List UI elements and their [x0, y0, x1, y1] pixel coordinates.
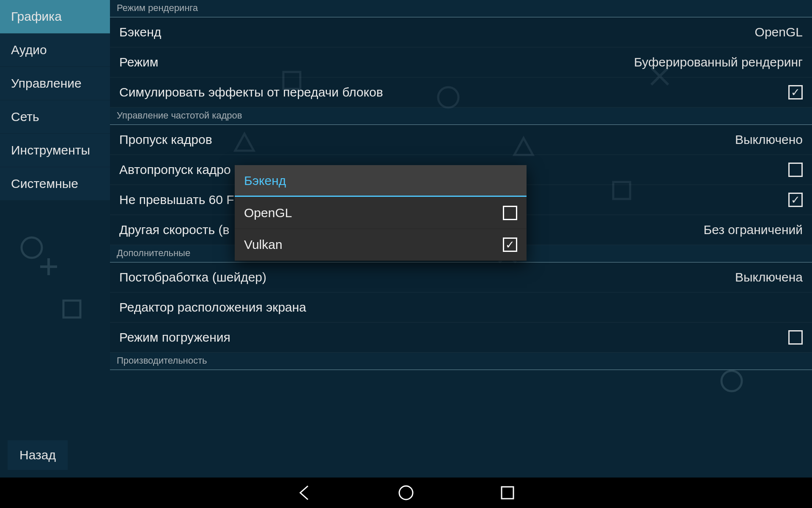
row-simulate-block-transfer[interactable]: Симулировать эффекты от передачи блоков [110, 77, 812, 108]
row-immersive-label: Режим погружения [119, 330, 788, 345]
row-backend-label: Бэкенд [119, 25, 755, 39]
row-backend-value: OpenGL [755, 25, 803, 39]
sidebar-item-system[interactable]: Системные [0, 167, 110, 201]
dialog-option-label: Vulkan [244, 237, 283, 252]
row-immersive[interactable]: Режим погружения [110, 323, 812, 353]
android-navbar [0, 478, 812, 508]
row-backend[interactable]: Бэкенд OpenGL [110, 17, 812, 47]
nav-home-icon[interactable] [393, 480, 419, 505]
checkbox-icon[interactable] [788, 85, 803, 99]
row-mode-value: Буферированный рендеринг [634, 55, 803, 69]
row-postproc-label: Постобработка (шейдер) [119, 270, 735, 284]
sidebar-item-audio[interactable]: Аудио [0, 33, 110, 67]
row-altspeed-value: Без ограничений [703, 223, 803, 237]
row-mode[interactable]: Режим Буферированный рендеринг [110, 47, 812, 77]
svg-point-14 [399, 486, 413, 500]
dialog-option-label: OpenGL [244, 206, 292, 220]
settings-sidebar: Графика Аудио Управление Сеть Инструмент… [0, 0, 110, 478]
dialog-option-vulkan[interactable]: Vulkan [235, 229, 527, 261]
dialog-title: Бэкенд [235, 165, 527, 197]
row-postproc-value: Выключена [735, 270, 803, 284]
checkbox-icon[interactable] [788, 163, 803, 177]
row-frameskip-value: Выключено [735, 133, 803, 147]
row-layout-label: Редактор расположения экрана [119, 300, 803, 315]
checkbox-icon[interactable] [788, 193, 803, 207]
nav-back-icon[interactable] [292, 480, 317, 505]
sidebar-item-graphics[interactable]: Графика [0, 0, 110, 33]
section-header-performance: Производительность [110, 353, 812, 370]
checkbox-icon[interactable] [503, 206, 517, 220]
backend-dialog: Бэкенд OpenGL Vulkan [235, 165, 527, 261]
sidebar-item-controls[interactable]: Управление [0, 67, 110, 100]
sidebar-item-tools[interactable]: Инструменты [0, 134, 110, 167]
row-frameskip-label: Пропуск кадров [119, 133, 735, 147]
dialog-option-opengl[interactable]: OpenGL [235, 197, 527, 229]
row-postproc[interactable]: Постобработка (шейдер) Выключена [110, 262, 812, 293]
sidebar-item-network[interactable]: Сеть [0, 100, 110, 134]
back-button[interactable]: Назад [8, 440, 68, 470]
section-header-framerate: Управление частотой кадров [110, 108, 812, 125]
row-mode-label: Режим [119, 55, 634, 69]
svg-rect-15 [502, 487, 513, 499]
row-simulate-label: Симулировать эффекты от передачи блоков [119, 85, 788, 99]
nav-recent-icon[interactable] [495, 480, 520, 505]
row-frameskip[interactable]: Пропуск кадров Выключено [110, 125, 812, 155]
row-layout-editor[interactable]: Редактор расположения экрана [110, 293, 812, 323]
checkbox-icon[interactable] [788, 330, 803, 345]
checkbox-icon[interactable] [503, 237, 517, 252]
section-header-render: Режим рендеринга [110, 0, 812, 17]
